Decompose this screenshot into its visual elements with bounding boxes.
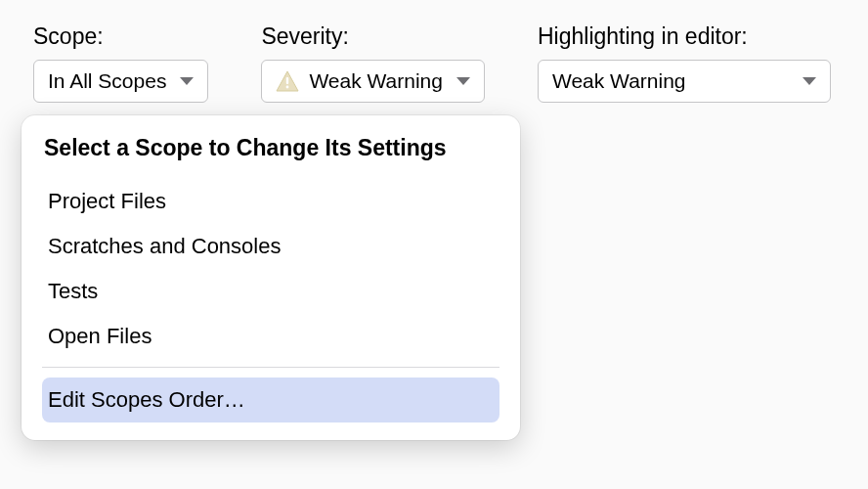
settings-row: Scope: In All Scopes Severity: Weak Warn…	[33, 23, 835, 103]
scope-dropdown[interactable]: In All Scopes	[33, 60, 208, 103]
scope-option-open-files[interactable]: Open Files	[42, 314, 499, 359]
popup-separator	[42, 367, 499, 368]
severity-label: Severity:	[261, 23, 485, 50]
highlighting-dropdown-value: Weak Warning	[552, 69, 686, 93]
chevron-down-icon	[456, 77, 470, 85]
popup-title: Select a Scope to Change Its Settings	[42, 135, 499, 161]
scope-dropdown-value: In All Scopes	[48, 69, 166, 93]
highlighting-label: Highlighting in editor:	[538, 23, 831, 50]
warning-triangle-icon	[276, 70, 299, 92]
severity-field: Severity: Weak Warning	[261, 23, 485, 103]
severity-dropdown[interactable]: Weak Warning	[261, 60, 485, 103]
scope-option-project-files[interactable]: Project Files	[42, 179, 499, 224]
svg-point-1	[286, 86, 289, 89]
svg-rect-0	[286, 77, 288, 84]
chevron-down-icon	[803, 77, 816, 85]
severity-dropdown-value: Weak Warning	[309, 69, 443, 93]
scope-option-tests[interactable]: Tests	[42, 269, 499, 314]
highlighting-field: Highlighting in editor: Weak Warning	[538, 23, 831, 103]
chevron-down-icon	[180, 77, 194, 85]
highlighting-dropdown[interactable]: Weak Warning	[538, 60, 831, 103]
edit-scopes-order[interactable]: Edit Scopes Order…	[42, 378, 499, 422]
scope-option-scratches-consoles[interactable]: Scratches and Consoles	[42, 224, 499, 269]
scope-selection-popup: Select a Scope to Change Its Settings Pr…	[22, 115, 520, 440]
severity-value-wrap: Weak Warning	[276, 69, 443, 93]
scope-label: Scope:	[33, 23, 208, 50]
scope-field: Scope: In All Scopes	[33, 23, 208, 103]
